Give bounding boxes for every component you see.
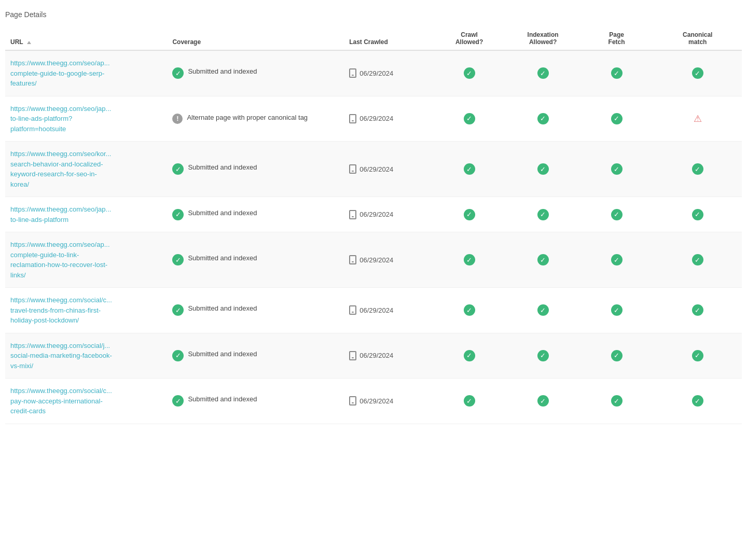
url-cell: https://www.theegg.com/social/j...social… xyxy=(5,333,167,379)
crawled-date: 06/29/2024 xyxy=(359,352,393,359)
crawl-allowed-cell: ✓ xyxy=(433,142,506,197)
col-header-url[interactable]: URL xyxy=(5,27,167,50)
last-crawled-cell: 06/29/2024 xyxy=(344,288,432,333)
url-cell: https://www.theegg.com/social/c...pay-no… xyxy=(5,379,167,424)
last-crawled-content: 06/29/2024 xyxy=(349,164,427,174)
indexation-allowed-cell: ✓ xyxy=(506,232,580,288)
page-fetch-cell: ✓ xyxy=(580,197,654,232)
col-header-crawl-allowed: CrawlAllowed? xyxy=(433,27,506,50)
page-fetch-cell: ✓ xyxy=(580,96,654,142)
url-link[interactable]: https://www.theegg.com/social/c...travel… xyxy=(10,295,162,326)
check-icon: ✓ xyxy=(692,350,703,361)
check-icon: ✓ xyxy=(537,395,549,407)
coverage-text: Submitted and indexed xyxy=(188,350,257,358)
last-crawled-content: 06/29/2024 xyxy=(349,114,427,123)
coverage-content: ✓ Submitted and indexed xyxy=(172,304,339,316)
canonical-match-cell: ✓ xyxy=(654,197,742,232)
coverage-cell: ✓ Submitted and indexed xyxy=(167,333,344,379)
coverage-content: ! Alternate page with proper canonical t… xyxy=(172,114,339,124)
coverage-text: Alternate page with proper canonical tag xyxy=(187,114,308,121)
coverage-cell: ✓ Submitted and indexed xyxy=(167,197,344,232)
check-icon: ✓ xyxy=(464,67,475,79)
crawl-allowed-cell: ✓ xyxy=(433,50,506,96)
check-icon: ✓ xyxy=(172,209,184,220)
check-icon: ✓ xyxy=(537,67,549,79)
crawled-date: 06/29/2024 xyxy=(359,397,393,405)
page-details-table: URL Coverage Last Crawled CrawlAllowed? … xyxy=(5,27,742,424)
url-link[interactable]: https://www.theegg.com/social/j...social… xyxy=(10,341,162,371)
last-crawled-content: 06/29/2024 xyxy=(349,351,427,360)
check-icon: ✓ xyxy=(692,395,703,407)
check-icon: ✓ xyxy=(611,163,622,175)
coverage-content: ✓ Submitted and indexed xyxy=(172,163,339,175)
indexation-allowed-cell: ✓ xyxy=(506,96,580,142)
coverage-cell: ✓ Submitted and indexed xyxy=(167,50,344,96)
canonical-match-cell: ✓ xyxy=(654,288,742,333)
canonical-match-cell: ⚠ xyxy=(654,96,742,142)
crawled-date: 06/29/2024 xyxy=(359,306,393,314)
coverage-cell: ! Alternate page with proper canonical t… xyxy=(167,96,344,142)
check-icon: ✓ xyxy=(692,209,703,220)
coverage-content: ✓ Submitted and indexed xyxy=(172,209,339,220)
mobile-icon xyxy=(349,305,356,315)
mobile-icon xyxy=(349,114,356,123)
last-crawled-content: 06/29/2024 xyxy=(349,255,427,264)
check-icon: ✓ xyxy=(692,67,703,79)
url-cell: https://www.theegg.com/seo/jap...to-line… xyxy=(5,197,167,232)
page-fetch-cell: ✓ xyxy=(580,333,654,379)
col-header-canonical-match: Canonicalmatch xyxy=(654,27,742,50)
indexation-allowed-cell: ✓ xyxy=(506,50,580,96)
url-cell: https://www.theegg.com/seo/jap...to-line… xyxy=(5,96,167,142)
col-header-indexation-allowed: IndexationAllowed? xyxy=(506,27,580,50)
url-link[interactable]: https://www.theegg.com/social/c...pay-no… xyxy=(10,386,162,416)
url-link[interactable]: https://www.theegg.com/seo/jap...to-line… xyxy=(10,104,162,134)
page-fetch-cell: ✓ xyxy=(580,288,654,333)
page-title: Page Details xyxy=(5,10,742,19)
check-icon: ✓ xyxy=(537,304,549,316)
check-icon: ✓ xyxy=(611,209,622,220)
sort-indicator-url xyxy=(27,41,31,44)
table-row: https://www.theegg.com/seo/kor...search-… xyxy=(5,142,742,197)
check-icon: ✓ xyxy=(172,67,184,79)
crawl-allowed-cell: ✓ xyxy=(433,197,506,232)
col-header-last-crawled: Last Crawled xyxy=(344,27,432,50)
check-icon: ✓ xyxy=(692,304,703,316)
page-fetch-cell: ✓ xyxy=(580,142,654,197)
last-crawled-cell: 06/29/2024 xyxy=(344,379,432,424)
url-link[interactable]: https://www.theegg.com/seo/kor...search-… xyxy=(10,149,162,189)
info-icon: ! xyxy=(172,114,183,124)
check-icon: ✓ xyxy=(692,163,703,175)
crawl-allowed-cell: ✓ xyxy=(433,232,506,288)
coverage-text: Submitted and indexed xyxy=(188,395,257,403)
table-row: https://www.theegg.com/social/c...pay-no… xyxy=(5,379,742,424)
check-icon: ✓ xyxy=(611,350,622,361)
check-icon: ✓ xyxy=(464,209,475,220)
mobile-icon xyxy=(349,255,356,264)
check-icon: ✓ xyxy=(611,254,622,265)
table-row: https://www.theegg.com/social/c...travel… xyxy=(5,288,742,333)
page-fetch-cell: ✓ xyxy=(580,379,654,424)
url-link[interactable]: https://www.theegg.com/seo/jap...to-line… xyxy=(10,204,162,225)
page-fetch-cell: ✓ xyxy=(580,232,654,288)
url-link[interactable]: https://www.theegg.com/seo/ap...complete… xyxy=(10,240,162,280)
coverage-text: Submitted and indexed xyxy=(188,163,257,171)
crawled-date: 06/29/2024 xyxy=(359,115,393,122)
url-link[interactable]: https://www.theegg.com/seo/ap...complete… xyxy=(10,58,162,89)
indexation-allowed-cell: ✓ xyxy=(506,379,580,424)
table-row: https://www.theegg.com/seo/jap...to-line… xyxy=(5,197,742,232)
crawled-date: 06/29/2024 xyxy=(359,256,393,264)
canonical-match-cell: ✓ xyxy=(654,142,742,197)
url-cell: https://www.theegg.com/social/c...travel… xyxy=(5,288,167,333)
last-crawled-cell: 06/29/2024 xyxy=(344,333,432,379)
url-cell: https://www.theegg.com/seo/ap...complete… xyxy=(5,50,167,96)
last-crawled-content: 06/29/2024 xyxy=(349,305,427,315)
check-icon: ✓ xyxy=(611,67,622,79)
table-row: https://www.theegg.com/seo/ap...complete… xyxy=(5,232,742,288)
check-icon: ✓ xyxy=(464,350,475,361)
canonical-match-cell: ✓ xyxy=(654,379,742,424)
mobile-icon xyxy=(349,351,356,360)
check-icon: ✓ xyxy=(611,395,622,407)
check-icon: ✓ xyxy=(537,113,549,124)
last-crawled-cell: 06/29/2024 xyxy=(344,197,432,232)
canonical-match-cell: ✓ xyxy=(654,50,742,96)
